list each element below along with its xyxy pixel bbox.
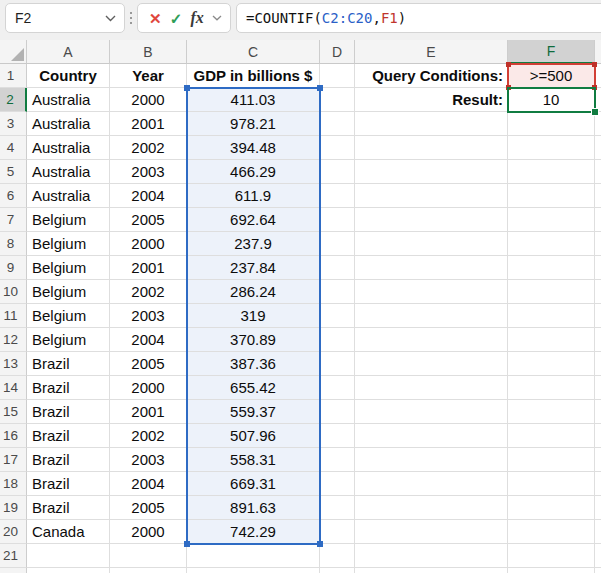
cell[interactable]: Brazil [27,376,110,400]
row-header[interactable]: 19 [0,496,27,520]
cell[interactable]: Belgium [27,328,110,352]
cell[interactable] [320,184,355,208]
cell[interactable]: 2003 [110,160,187,184]
row-header[interactable]: 20 [0,520,27,544]
cell[interactable] [187,568,320,573]
cell[interactable] [110,568,187,573]
cell[interactable]: 319 [187,304,320,328]
name-box[interactable]: F2 [5,3,125,33]
cell[interactable] [508,448,595,472]
cell[interactable]: 2000 [110,88,187,112]
column-header-a[interactable]: A [27,40,110,64]
row-header-active[interactable]: 2 [0,88,27,112]
cell[interactable]: 559.37 [187,400,320,424]
cell[interactable]: 2003 [110,304,187,328]
cell[interactable]: Brazil [27,400,110,424]
cell[interactable] [320,544,355,568]
cell[interactable]: Brazil [27,496,110,520]
row-header[interactable]: 15 [0,400,27,424]
cell[interactable]: 2005 [110,352,187,376]
cell[interactable] [320,472,355,496]
cell[interactable] [355,256,508,280]
cell[interactable] [320,256,355,280]
row-header[interactable]: 12 [0,328,27,352]
cell[interactable]: Belgium [27,208,110,232]
cell[interactable]: 286.24 [187,280,320,304]
cell[interactable] [320,88,355,112]
row-header[interactable]: 1 [0,64,27,88]
row-header[interactable]: 14 [0,376,27,400]
cell[interactable] [508,496,595,520]
row-header[interactable]: 7 [0,208,27,232]
cell[interactable] [355,376,508,400]
cell[interactable] [355,520,508,544]
cell[interactable] [508,136,595,160]
row-header[interactable]: 10 [0,280,27,304]
cell[interactable]: 2001 [110,112,187,136]
cell[interactable] [320,400,355,424]
chevron-down-icon[interactable] [212,15,222,21]
cell[interactable]: 2003 [110,448,187,472]
cell[interactable]: Australia [27,184,110,208]
cell[interactable] [508,328,595,352]
cell[interactable] [508,256,595,280]
cell[interactable]: 891.63 [187,496,320,520]
cell[interactable] [320,112,355,136]
cell[interactable]: Belgium [27,304,110,328]
cell[interactable]: 2005 [110,208,187,232]
formula-bar-resize-handle[interactable] [125,3,137,33]
row-header[interactable]: 8 [0,232,27,256]
cell[interactable]: 2004 [110,472,187,496]
cell[interactable] [355,184,508,208]
cell[interactable]: 2002 [110,136,187,160]
cell[interactable] [27,544,110,568]
cell[interactable]: 2001 [110,256,187,280]
cell[interactable] [508,208,595,232]
cell[interactable]: 507.96 [187,424,320,448]
row-header[interactable]: 18 [0,472,27,496]
column-header-e[interactable]: E [355,40,508,64]
column-header-d[interactable]: D [320,40,355,64]
cell[interactable] [508,400,595,424]
cell-a1-country-header[interactable]: Country [27,64,110,88]
cell[interactable] [320,232,355,256]
cell[interactable]: 466.29 [187,160,320,184]
cell[interactable] [508,472,595,496]
cell[interactable] [320,352,355,376]
formula-input[interactable]: =COUNTIF(C2:C20,F1) [236,3,601,33]
cell[interactable] [508,520,595,544]
cell[interactable]: Brazil [27,448,110,472]
cell[interactable] [355,424,508,448]
row-header[interactable]: 13 [0,352,27,376]
cell[interactable] [320,160,355,184]
confirm-icon[interactable]: ✓ [170,11,183,26]
cell[interactable] [355,304,508,328]
cell[interactable] [508,544,595,568]
cell[interactable]: Australia [27,112,110,136]
row-header[interactable]: 4 [0,136,27,160]
cell[interactable]: 2004 [110,184,187,208]
cell[interactable] [508,424,595,448]
cell[interactable] [508,376,595,400]
cell[interactable] [110,544,187,568]
cell[interactable] [508,280,595,304]
cell[interactable] [320,496,355,520]
cell[interactable] [355,352,508,376]
select-all-button[interactable] [0,40,27,64]
cell[interactable] [355,160,508,184]
cell[interactable]: Canada [27,520,110,544]
cell[interactable]: Belgium [27,280,110,304]
cell[interactable]: 2002 [110,424,187,448]
cell[interactable] [320,208,355,232]
cell[interactable]: 237.9 [187,232,320,256]
cell[interactable]: Brazil [27,424,110,448]
cell[interactable] [27,568,110,573]
cell-e2-result-label[interactable]: Result: [355,88,508,112]
row-header[interactable] [0,568,27,573]
cell[interactable]: 411.03 [187,88,320,112]
cell[interactable] [508,160,595,184]
cell[interactable] [508,568,595,573]
cell[interactable]: Belgium [27,256,110,280]
row-header[interactable]: 17 [0,448,27,472]
cell[interactable]: 2000 [110,376,187,400]
